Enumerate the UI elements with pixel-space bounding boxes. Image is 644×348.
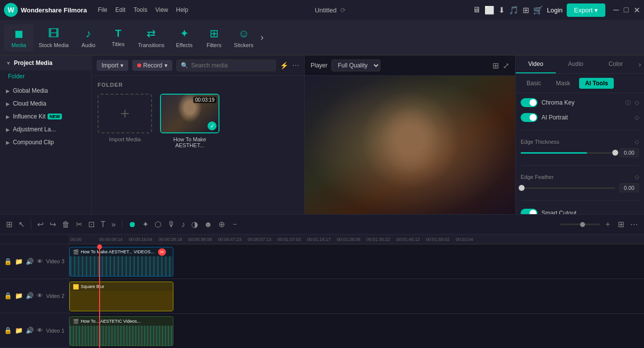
chroma-key-toggle[interactable] xyxy=(521,98,537,107)
tl-cursor-icon[interactable]: ↖ xyxy=(16,218,27,231)
track3-lock-icon[interactable]: 🔒 xyxy=(4,258,12,265)
search-input[interactable] xyxy=(191,62,271,69)
tab-color[interactable]: Color xyxy=(596,56,636,73)
menu-edit[interactable]: Edit xyxy=(115,6,126,13)
import-button[interactable]: Import ▾ xyxy=(97,60,128,71)
record-button[interactable]: Record ▾ xyxy=(132,60,172,71)
tl-plus-icon[interactable]: ＋ xyxy=(602,217,614,232)
quality-select[interactable]: Full Quality xyxy=(331,59,380,71)
chroma-key-info-icon[interactable]: ⓘ xyxy=(625,99,631,107)
toolbar-audio[interactable]: ♪ Audio xyxy=(74,24,104,51)
track2-audio-icon[interactable]: 🔊 xyxy=(26,292,34,299)
edge-feather-diamond[interactable]: ◇ xyxy=(635,174,639,180)
tl-motion-icon[interactable]: ⊕ xyxy=(216,218,227,231)
subtab-ai-tools[interactable]: AI Tools xyxy=(579,78,614,89)
track1-audio-icon[interactable]: 🔊 xyxy=(26,327,34,334)
project-media-arrow[interactable]: ▼ xyxy=(6,60,11,66)
tab-video[interactable]: Video xyxy=(516,56,556,73)
chroma-key-diamond-icon[interactable]: ◇ xyxy=(635,99,639,106)
edge-thickness-track[interactable] xyxy=(521,152,615,154)
apps-icon[interactable]: ⊞ xyxy=(523,5,529,15)
tl-redo-icon[interactable]: ↪ xyxy=(48,218,58,231)
tl-layout-icon[interactable]: ⊞ xyxy=(616,218,626,231)
section-cloud-media[interactable]: ▶ Cloud Media xyxy=(0,97,91,110)
share-icon[interactable]: ⬜ xyxy=(484,5,494,15)
track2-lock-icon[interactable]: 🔒 xyxy=(4,292,12,299)
toolbar-filters[interactable]: ⊞ Filters xyxy=(199,24,229,51)
login-button[interactable]: Login xyxy=(547,6,563,14)
toolbar-transitions[interactable]: ⇄ Transitions xyxy=(133,24,169,51)
zoom-slider[interactable] xyxy=(560,224,600,225)
edge-thickness-value[interactable]: 0.00 xyxy=(619,148,639,157)
tl-mask-icon[interactable]: ⬡ xyxy=(153,218,163,231)
tl-sticker-icon[interactable]: ☻ xyxy=(202,218,215,231)
tab-audio[interactable]: Audio xyxy=(556,56,596,73)
close-button[interactable]: ✕ xyxy=(634,5,640,15)
import-media-item[interactable]: + Import Media xyxy=(98,94,152,148)
menu-tools[interactable]: Tools xyxy=(133,6,147,13)
video-media-item[interactable]: 00:03:19 ✓ How To Make AESTHET... xyxy=(160,94,219,148)
minimize-button[interactable]: ─ xyxy=(613,5,619,15)
tl-color-icon[interactable]: ◑ xyxy=(189,218,200,231)
edge-feather-track[interactable] xyxy=(521,187,615,189)
toolbar-media[interactable]: ◼ Media xyxy=(4,24,34,51)
track3-folder-icon[interactable]: 📁 xyxy=(15,258,23,265)
tl-undo-icon[interactable]: ↩ xyxy=(35,218,46,231)
tl-audio-icon[interactable]: ♪ xyxy=(179,218,187,231)
maximize-button[interactable]: □ xyxy=(624,5,629,15)
track3-audio-icon[interactable]: 🔊 xyxy=(26,258,34,265)
export-button[interactable]: Export ▾ xyxy=(567,3,605,17)
section-compound-clip[interactable]: ▶ Compound Clip xyxy=(0,136,91,149)
track3-eye-icon[interactable]: 👁 xyxy=(37,258,43,265)
tl-cut-icon[interactable]: ✂ xyxy=(74,218,84,231)
edge-thickness-diamond[interactable]: ◇ xyxy=(635,138,639,145)
monitor-icon[interactable]: 🖥 xyxy=(473,5,481,14)
toolbar-stock-media[interactable]: 🎞 Stock Media xyxy=(34,24,74,51)
menu-file[interactable]: File xyxy=(98,6,107,13)
track2-folder-icon[interactable]: 📁 xyxy=(15,292,23,299)
right-panel-expand-icon[interactable]: › xyxy=(636,56,644,73)
video-duration: 00:03:19 xyxy=(193,97,216,103)
cart-icon[interactable]: 🛒 xyxy=(533,5,543,15)
more-options-icon[interactable]: ⋯ xyxy=(292,61,299,69)
menu-help[interactable]: Help xyxy=(176,6,188,13)
track2-eye-icon[interactable]: 👁 xyxy=(37,292,43,299)
toolbar-effects[interactable]: ✦ Effects xyxy=(169,24,199,51)
section-global-media[interactable]: ▶ Global Media xyxy=(0,84,91,97)
ai-portrait-diamond-icon[interactable]: ◇ xyxy=(635,114,639,121)
tl-delete-icon[interactable]: 🗑 xyxy=(60,218,72,231)
toolbar-more-button[interactable]: › xyxy=(261,32,264,43)
import-placeholder[interactable]: + xyxy=(98,94,152,133)
track-clip-video2[interactable]: 🟨 Square Blur xyxy=(69,282,173,311)
subtab-mask[interactable]: Mask xyxy=(550,78,576,89)
menu-view[interactable]: View xyxy=(155,6,168,13)
tl-settings-icon[interactable]: ⋯ xyxy=(628,218,640,231)
tl-record-icon[interactable]: ⏺ xyxy=(126,218,138,231)
tl-grid-icon[interactable]: ⊞ xyxy=(4,218,14,231)
ai-portrait-toggle[interactable] xyxy=(521,113,537,122)
player-expand-icon[interactable]: ⤢ xyxy=(503,61,509,70)
music-icon[interactable]: 🎵 xyxy=(509,5,519,15)
tl-crop-icon[interactable]: ⊡ xyxy=(86,218,97,231)
tl-minus-icon[interactable]: － xyxy=(229,217,241,232)
section-adjustment[interactable]: ▶ Adjustment La... xyxy=(0,123,91,136)
edge-feather-value[interactable]: 0.00 xyxy=(619,183,639,192)
track1-folder-icon[interactable]: 📁 xyxy=(15,327,23,334)
toolbar-stickers[interactable]: ☺ Stickers xyxy=(229,24,259,51)
folder-item[interactable]: Folder xyxy=(0,70,91,82)
track-clip-video1[interactable]: 🎬 How To... AESTETIC Videos... xyxy=(69,316,173,346)
tl-text-icon[interactable]: T xyxy=(99,218,107,231)
player-settings-icon[interactable]: ⊞ xyxy=(492,61,499,70)
track-clip-video3[interactable]: 🎬 How To Make AESTHET... VIDEOS... ✂ xyxy=(69,247,173,277)
toolbar-titles[interactable]: T Titles xyxy=(104,25,133,50)
subtab-basic[interactable]: Basic xyxy=(521,78,547,89)
tl-effects-icon[interactable]: ✦ xyxy=(140,218,151,231)
tl-voice-icon[interactable]: 🎙 xyxy=(165,218,177,231)
tl-more-icon[interactable]: » xyxy=(109,218,118,231)
download-icon[interactable]: ⬇ xyxy=(498,5,505,15)
section-influence-kit[interactable]: ▶ Influence Kit NEW xyxy=(0,110,91,123)
timeline-tracks[interactable]: 00:00 00:00:09:14 00:00:19:04 00:00:28:1… xyxy=(69,234,644,348)
track1-lock-icon[interactable]: 🔒 xyxy=(4,327,12,334)
filter-icon[interactable]: ⚡ xyxy=(280,61,288,69)
track1-eye-icon[interactable]: 👁 xyxy=(37,327,43,334)
